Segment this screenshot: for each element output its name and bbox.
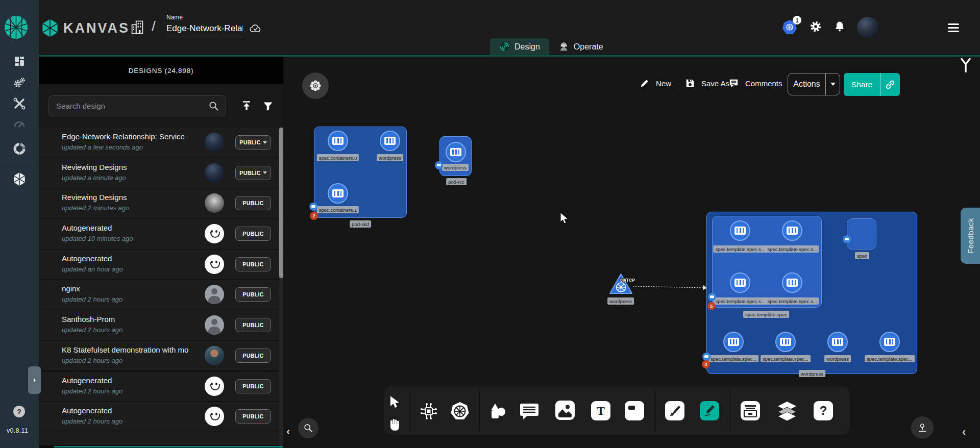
merge-panel-icon[interactable] — [959, 57, 973, 76]
visibility-badge[interactable]: PUBLIC — [235, 257, 271, 271]
expand-sidebar-button[interactable]: › — [28, 366, 41, 394]
nav-catalog-icon[interactable] — [13, 142, 27, 158]
design-list-item[interactable]: K8 Statefulset demonstration with mo upd… — [39, 341, 283, 371]
shapes-tool[interactable] — [487, 401, 508, 422]
notifications-button[interactable] — [834, 20, 846, 35]
pen-tool[interactable] — [665, 401, 684, 420]
design-list-item[interactable]: Edge-Network-Relationship: Service updat… — [39, 128, 283, 158]
container-node[interactable] — [782, 272, 802, 293]
visibility-badge[interactable]: PUBLIC — [235, 196, 271, 210]
help-tool[interactable]: ? — [814, 401, 833, 420]
design-list-item[interactable]: Reviewing Designs updated a minute ago P… — [39, 158, 283, 188]
text-tool[interactable]: T — [591, 401, 610, 420]
center-view-button[interactable] — [911, 416, 934, 439]
visibility-badge[interactable]: PUBLIC — [235, 227, 271, 241]
container-node[interactable] — [782, 220, 802, 241]
components-tool[interactable] — [419, 401, 439, 421]
nav-lifecycle-icon[interactable] — [13, 77, 26, 92]
visibility-badge[interactable]: PUBLIC — [235, 349, 271, 363]
new-design-button[interactable]: New — [640, 78, 671, 88]
nav-performance-icon[interactable] — [13, 118, 26, 133]
design-list-item[interactable]: Autogenerated updated 10 minutes ago PUB… — [39, 219, 283, 249]
container-node[interactable] — [723, 332, 744, 352]
tab-design[interactable]: Design — [490, 38, 549, 55]
container-node[interactable] — [775, 332, 796, 352]
node-pod-template[interactable] — [712, 216, 822, 308]
container-node[interactable] — [879, 332, 900, 352]
design-list-item[interactable]: Autogenerated updated an hour ago PUBLIC — [39, 250, 283, 280]
scrollbar-thumb[interactable] — [279, 128, 283, 278]
design-list-item[interactable]: Santhosh-Prom updated 2 hours ago PUBLIC — [39, 310, 283, 340]
actions-split-button[interactable]: Actions — [788, 73, 840, 95]
copy-link-button[interactable] — [880, 79, 900, 90]
node-service-wordpress[interactable] — [609, 273, 633, 294]
design-list-item[interactable]: Autogenerated updated 2 hours ago PUBLIC — [39, 402, 283, 432]
pan-tool[interactable] — [387, 417, 402, 432]
pencil-icon — [640, 78, 650, 88]
nav-configuration-icon[interactable] — [13, 97, 26, 112]
import-design-button[interactable] — [241, 100, 252, 113]
drawer-tool[interactable] — [741, 401, 760, 420]
design-list-item[interactable]: Autogenerated updated 2 hours ago PUBLIC — [39, 371, 283, 402]
container-node[interactable] — [328, 183, 348, 204]
filter-designs-button[interactable] — [262, 101, 274, 114]
container-node[interactable] — [827, 332, 848, 352]
search-design-input[interactable] — [48, 95, 226, 116]
kubernetes-tool[interactable] — [449, 401, 471, 422]
cloud-status-badge[interactable] — [702, 353, 710, 361]
visibility-badge[interactable]: PUBLIC — [235, 135, 271, 150]
design-canvas[interactable]: New Save As Comments Actions Share spec.… — [283, 57, 980, 448]
sticky-note-tool[interactable] — [625, 401, 644, 420]
container-node[interactable] — [328, 131, 348, 151]
actions-dropdown-button[interactable] — [826, 83, 840, 86]
image-tool[interactable] — [555, 401, 575, 420]
design-list-item[interactable]: Reviewing Designs updated 2 minutes ago … — [39, 188, 283, 218]
feedback-tab[interactable]: Feedback — [961, 208, 980, 264]
workspace-logo[interactable] — [5, 16, 28, 39]
collapse-panel-button[interactable]: ‹ — [286, 426, 290, 437]
error-count-badge[interactable]: 5 — [707, 302, 716, 310]
tab-operate[interactable]: Operate — [549, 38, 612, 55]
help-button[interactable]: ? — [13, 406, 25, 417]
design-name-input[interactable] — [166, 22, 243, 37]
cloud-status-badge[interactable] — [309, 203, 317, 211]
kanvas-logo[interactable]: KANVAS — [41, 18, 130, 38]
node-spec[interactable] — [847, 218, 876, 250]
designs-panel-title: DESIGNS (24,898) — [39, 57, 283, 84]
kubernetes-connection-button[interactable]: 1 — [782, 20, 798, 35]
cloud-status-badge[interactable] — [843, 235, 851, 243]
share-split-button[interactable]: Share — [844, 73, 900, 96]
select-tool[interactable] — [388, 395, 401, 410]
error-count-badge[interactable]: 2 — [310, 212, 318, 220]
nav-dashboard-icon[interactable] — [13, 55, 26, 69]
cloud-status-badge[interactable] — [708, 293, 716, 301]
nav-kanvas-icon[interactable] — [12, 172, 27, 188]
container-node[interactable] — [730, 272, 750, 293]
comments-button[interactable]: Comments — [728, 78, 782, 89]
visibility-badge[interactable]: PUBLIC — [235, 409, 271, 424]
designs-scrollbar[interactable] — [279, 128, 283, 448]
container-node[interactable] — [730, 220, 750, 241]
visibility-badge[interactable]: PUBLIC — [235, 287, 271, 302]
error-count-badge[interactable]: 3 — [702, 360, 710, 368]
layers-tool[interactable] — [776, 401, 798, 422]
visibility-badge[interactable]: PUBLIC — [235, 166, 271, 180]
settings-button[interactable] — [809, 20, 822, 35]
service-edge-arrow — [632, 282, 709, 291]
sketch-tool-active[interactable] — [700, 401, 719, 420]
collapse-right-button[interactable]: ‹ — [962, 427, 966, 438]
save-as-button[interactable]: Save As — [685, 78, 729, 88]
design-list-item[interactable]: nginx updated 2 hours ago PUBLIC — [39, 280, 283, 310]
visibility-badge[interactable]: PUBLIC — [235, 379, 271, 393]
user-avatar[interactable] — [857, 17, 878, 38]
container-node[interactable] — [446, 142, 466, 162]
cloud-status-badge[interactable] — [435, 161, 443, 169]
comment-tool[interactable] — [519, 401, 540, 421]
design-updated: updated 2 hours ago — [62, 417, 122, 425]
container-node[interactable] — [380, 131, 400, 151]
menu-button[interactable] — [948, 23, 959, 32]
organization-icon[interactable] — [130, 19, 144, 37]
meshery-float-button[interactable] — [302, 72, 329, 99]
visibility-badge[interactable]: PUBLIC — [235, 318, 271, 332]
zoom-button[interactable] — [298, 418, 318, 438]
